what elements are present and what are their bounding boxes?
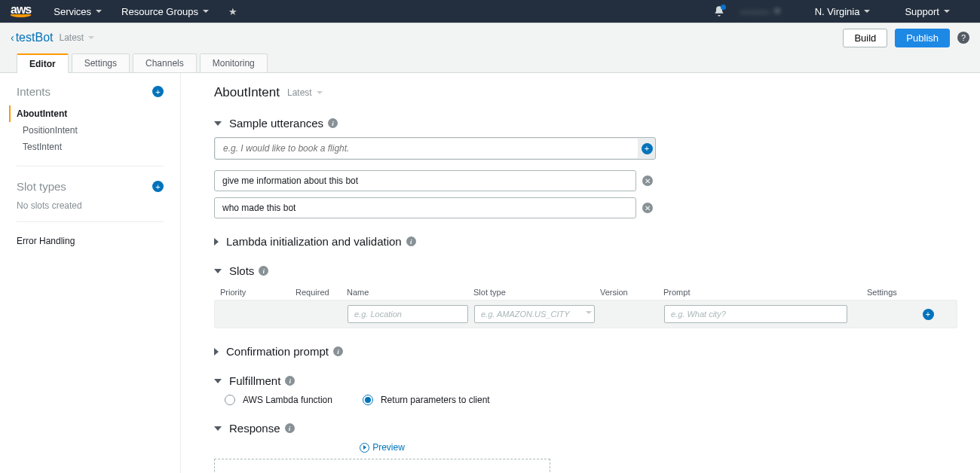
caret-down-icon <box>774 10 780 13</box>
nav-services[interactable]: Services <box>54 6 102 17</box>
tab-settings[interactable]: Settings <box>72 53 130 72</box>
sidebar-intent-about[interactable]: AboutIntent <box>9 105 164 122</box>
pin-icon[interactable]: ★ <box>228 6 237 17</box>
info-icon[interactable]: i <box>285 376 295 386</box>
caret-down-icon <box>317 91 323 94</box>
info-icon[interactable]: i <box>285 423 295 433</box>
col-prompt: Prompt <box>663 288 867 297</box>
slots-header-row: Priority Required Name Slot type Version… <box>214 285 957 300</box>
col-settings: Settings <box>867 288 951 297</box>
preview-link[interactable]: Preview <box>214 442 550 453</box>
intent-version-selector[interactable]: Latest <box>287 87 323 98</box>
sidebar-error-handling[interactable]: Error Handling <box>17 236 164 246</box>
region-selector[interactable]: N. Virginia <box>815 6 871 17</box>
sidebar-slot-types-header: Slot types <box>17 180 66 193</box>
tab-monitoring[interactable]: Monitoring <box>200 53 268 72</box>
section-slots-title: Slots <box>229 264 254 277</box>
section-response-title: Response <box>229 422 280 435</box>
sidebar-intent-test[interactable]: TestIntent <box>17 139 164 155</box>
caret-down-icon <box>864 10 870 13</box>
info-icon[interactable]: i <box>328 118 338 128</box>
section-utterances-title: Sample utterances <box>229 117 323 130</box>
global-nav: aws Services Resource Groups ★ ——— N. Vi… <box>0 0 980 23</box>
col-required: Required <box>296 288 347 297</box>
utterance-input[interactable] <box>214 197 636 218</box>
section-confirmation-title: Confirmation prompt <box>226 345 329 358</box>
help-icon[interactable]: ? <box>957 32 969 44</box>
account-menu[interactable]: ——— <box>740 6 780 17</box>
notification-dot <box>721 5 726 10</box>
disclosure-slots[interactable] <box>214 269 222 273</box>
fulfillment-radio-lambda[interactable]: AWS Lambda function <box>225 395 332 405</box>
sidebar-intent-position[interactable]: PositionIntent <box>17 122 164 139</box>
slot-types-empty: No slots created <box>17 200 164 222</box>
slot-name-input[interactable] <box>348 305 468 323</box>
section-lambda-init-title: Lambda initialization and validation <box>226 235 402 248</box>
disclosure-lambda-init[interactable] <box>214 238 219 246</box>
info-icon[interactable]: i <box>259 266 268 276</box>
utterance-input[interactable] <box>214 170 636 191</box>
build-button[interactable]: Build <box>843 29 887 47</box>
col-priority: Priority <box>220 288 296 297</box>
add-intent-button[interactable]: + <box>152 86 164 97</box>
bot-name-link[interactable]: testBot <box>16 31 54 44</box>
caret-down-icon <box>96 10 102 13</box>
slot-prompt-input[interactable] <box>664 305 847 323</box>
breadcrumb-bar: ‹ testBot Latest Build Publish ? <box>0 23 980 53</box>
info-icon[interactable]: i <box>333 346 343 356</box>
nav-resource-groups[interactable]: Resource Groups <box>121 6 209 17</box>
caret-down-icon <box>88 36 94 39</box>
slot-type-select[interactable] <box>474 305 595 323</box>
slot-new-row: + <box>214 300 957 328</box>
disclosure-confirmation[interactable] <box>214 348 219 356</box>
delete-utterance-button[interactable]: ✕ <box>642 203 653 213</box>
response-card <box>214 459 550 473</box>
caret-down-icon <box>203 10 209 13</box>
add-slot-button[interactable]: + <box>923 309 934 320</box>
utterance-input-new[interactable] <box>216 139 638 158</box>
back-chevron-icon[interactable]: ‹ <box>11 32 14 44</box>
tab-channels[interactable]: Channels <box>133 53 197 72</box>
delete-utterance-button[interactable]: ✕ <box>642 175 653 186</box>
bot-version-selector[interactable]: Latest <box>59 32 94 43</box>
disclosure-response[interactable] <box>214 426 222 431</box>
utterance-row: ✕ <box>214 197 957 218</box>
disclosure-fulfillment[interactable] <box>214 379 222 383</box>
add-slot-type-button[interactable]: + <box>152 181 164 192</box>
col-type: Slot type <box>473 288 600 297</box>
intent-title: AboutIntent <box>214 85 280 100</box>
caret-down-icon <box>944 10 950 13</box>
publish-button[interactable]: Publish <box>895 29 950 47</box>
info-icon[interactable]: i <box>406 236 416 246</box>
play-icon <box>360 443 369 453</box>
fulfillment-radio-return-params[interactable]: Return parameters to client <box>363 395 490 405</box>
section-fulfillment-title: Fulfillment <box>229 374 280 387</box>
aws-logo[interactable]: aws <box>11 5 31 17</box>
support-menu[interactable]: Support <box>905 6 950 17</box>
utterance-row: ✕ <box>214 170 957 191</box>
sidebar-intents-header: Intents <box>17 85 51 98</box>
tab-bar: Editor Settings Channels Monitoring <box>0 52 980 73</box>
tab-editor[interactable]: Editor <box>17 53 69 73</box>
disclosure-utterances[interactable] <box>214 121 222 126</box>
content-pane: AboutIntent Latest Sample utterances i +… <box>181 73 980 473</box>
col-version: Version <box>600 288 663 297</box>
add-utterance-button[interactable]: + <box>642 143 653 154</box>
new-utterance-row: + <box>214 137 656 160</box>
sidebar: Intents + AboutIntent PositionIntent Tes… <box>0 73 181 473</box>
col-name: Name <box>347 288 473 297</box>
notifications-icon[interactable] <box>713 5 725 17</box>
